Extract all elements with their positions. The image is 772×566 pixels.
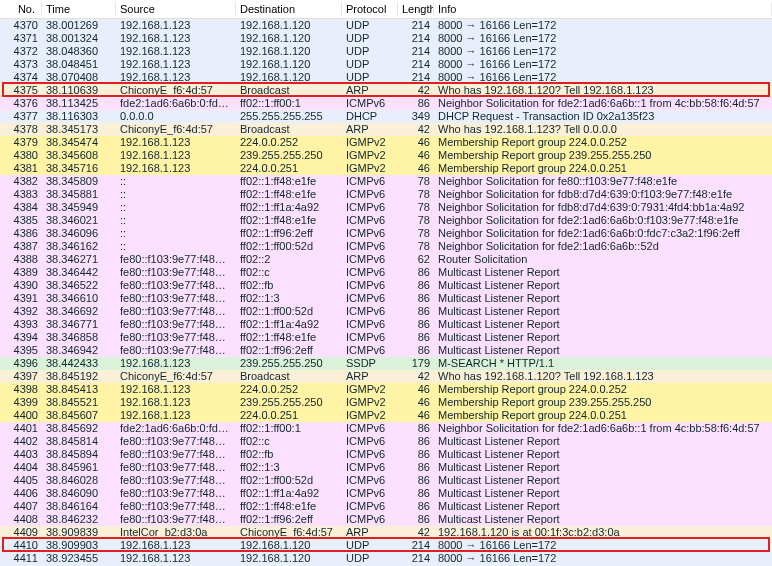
packet-row[interactable]: 439338.346771fe80::f103:9e77:f48…ff02::1… — [0, 318, 772, 331]
packet-row[interactable]: 437838.345173ChiconyE_f6:4d:57BroadcastA… — [0, 123, 772, 136]
packet-protocol: SSDP — [342, 357, 398, 370]
packet-row[interactable]: 440738.846164fe80::f103:9e77:f48…ff02::1… — [0, 500, 772, 513]
packet-length: 86 — [398, 500, 434, 513]
packet-row[interactable]: 438338.345881::ff02::1:ff48:e1feICMPv678… — [0, 188, 772, 201]
col-header-time[interactable]: Time — [42, 2, 116, 16]
packet-row[interactable]: 441038.909903192.168.1.123192.168.1.120U… — [0, 539, 772, 552]
packet-row[interactable]: 439738.845192ChiconyE_f6:4d:57BroadcastA… — [0, 370, 772, 383]
packet-row[interactable]: 437038.001269192.168.1.123192.168.1.120U… — [0, 19, 772, 32]
packet-time: 38.345474 — [42, 136, 116, 149]
packet-row[interactable]: 437438.070408192.168.1.123192.168.1.120U… — [0, 71, 772, 84]
packet-length: 86 — [398, 461, 434, 474]
packet-row[interactable]: 438538.346021::ff02::1:ff48:e1feICMPv678… — [0, 214, 772, 227]
packet-time: 38.845814 — [42, 435, 116, 448]
packet-row[interactable]: 441138.923455192.168.1.123192.168.1.120U… — [0, 552, 772, 565]
packet-row[interactable]: 438638.346096::ff02::1:ff96:2effICMPv678… — [0, 227, 772, 240]
packet-source: fe80::f103:9e77:f48… — [116, 448, 236, 461]
col-header-source[interactable]: Source — [116, 2, 236, 16]
packet-row[interactable]: 440238.845814fe80::f103:9e77:f48…ff02::c… — [0, 435, 772, 448]
col-header-no[interactable]: No. — [0, 2, 42, 16]
packet-row[interactable]: 440938.909839IntelCor_b2:d3:0aChiconyE_f… — [0, 526, 772, 539]
packet-row[interactable]: 440638.846090fe80::f103:9e77:f48…ff02::1… — [0, 487, 772, 500]
packet-row[interactable]: 440338.845894fe80::f103:9e77:f48…ff02::f… — [0, 448, 772, 461]
packet-info: Multicast Listener Report — [434, 305, 772, 318]
packet-info: 8000 → 16166 Len=172 — [434, 71, 772, 84]
packet-time: 38.070408 — [42, 71, 116, 84]
packet-row[interactable]: 438838.346271fe80::f103:9e77:f48…ff02::2… — [0, 253, 772, 266]
packet-row[interactable]: 439438.346858fe80::f103:9e77:f48…ff02::1… — [0, 331, 772, 344]
packet-row[interactable]: 439038.346522fe80::f103:9e77:f48…ff02::f… — [0, 279, 772, 292]
packet-protocol: ICMPv6 — [342, 331, 398, 344]
packet-destination: 192.168.1.120 — [236, 71, 342, 84]
packet-time: 38.048360 — [42, 45, 116, 58]
packet-info: 8000 → 16166 Len=172 — [434, 552, 772, 565]
packet-row[interactable]: 438738.346162::ff02::1:ff00:52dICMPv678N… — [0, 240, 772, 253]
packet-row[interactable]: 440138.845692fde2:1ad6:6a6b:0:fd…ff02::1… — [0, 422, 772, 435]
packet-protocol: IGMPv2 — [342, 383, 398, 396]
packet-row[interactable]: 438438.345949::ff02::1:ff1a:4a92ICMPv678… — [0, 201, 772, 214]
packet-protocol: UDP — [342, 552, 398, 565]
packet-info: Neighbor Solicitation for fde2:1ad6:6a6b… — [434, 97, 772, 110]
packet-length: 349 — [398, 110, 434, 123]
packet-row[interactable]: 438938.346442fe80::f103:9e77:f48…ff02::c… — [0, 266, 772, 279]
packet-row[interactable]: 438238.345809::ff02::1:ff48:e1feICMPv678… — [0, 175, 772, 188]
packet-length: 214 — [398, 32, 434, 45]
packet-row[interactable]: 437538.110639ChiconyE_f6:4d:57BroadcastA… — [0, 84, 772, 97]
packet-protocol: UDP — [342, 45, 398, 58]
packet-row[interactable]: 439838.845413192.168.1.123224.0.0.252IGM… — [0, 383, 772, 396]
packet-no: 4382 — [0, 175, 42, 188]
packet-row[interactable]: 440538.846028fe80::f103:9e77:f48…ff02::1… — [0, 474, 772, 487]
packet-row[interactable]: 437238.048360192.168.1.123192.168.1.120U… — [0, 45, 772, 58]
packet-no: 4371 — [0, 32, 42, 45]
packet-row[interactable]: 440438.845961fe80::f103:9e77:f48…ff02::1… — [0, 461, 772, 474]
packet-time: 38.845607 — [42, 409, 116, 422]
packet-length: 78 — [398, 201, 434, 214]
packet-row[interactable]: 439938.845521192.168.1.123239.255.255.25… — [0, 396, 772, 409]
packet-time: 38.346692 — [42, 305, 116, 318]
packet-time: 38.346096 — [42, 227, 116, 240]
packet-source: 192.168.1.123 — [116, 45, 236, 58]
packet-length: 214 — [398, 19, 434, 32]
packet-row[interactable]: 440838.846232fe80::f103:9e77:f48…ff02::1… — [0, 513, 772, 526]
packet-row[interactable]: 440038.845607192.168.1.123224.0.0.251IGM… — [0, 409, 772, 422]
packet-time: 38.345809 — [42, 175, 116, 188]
packet-length: 46 — [398, 396, 434, 409]
packet-destination: ff02::1:ff00:52d — [236, 474, 342, 487]
packet-row[interactable]: 437338.048451192.168.1.123192.168.1.120U… — [0, 58, 772, 71]
packet-row[interactable]: 439638.442433192.168.1.123239.255.255.25… — [0, 357, 772, 370]
col-header-length[interactable]: Length — [398, 2, 434, 16]
packet-rows: 437038.001269192.168.1.123192.168.1.120U… — [0, 19, 772, 566]
packet-destination: 192.168.1.120 — [236, 552, 342, 565]
packet-row[interactable]: 437738.1163030.0.0.0255.255.255.255DHCP3… — [0, 110, 772, 123]
packet-row[interactable]: 437938.345474192.168.1.123224.0.0.252IGM… — [0, 136, 772, 149]
packet-row[interactable]: 437638.113425fde2:1ad6:6a6b:0:fd…ff02::1… — [0, 97, 772, 110]
packet-no: 4402 — [0, 435, 42, 448]
packet-length: 78 — [398, 240, 434, 253]
col-header-dest[interactable]: Destination — [236, 2, 342, 16]
packet-source: ChiconyE_f6:4d:57 — [116, 84, 236, 97]
packet-row[interactable]: 438138.345716192.168.1.123224.0.0.251IGM… — [0, 162, 772, 175]
packet-length: 46 — [398, 149, 434, 162]
packet-time: 38.346021 — [42, 214, 116, 227]
packet-row[interactable]: 439238.346692fe80::f103:9e77:f48…ff02::1… — [0, 305, 772, 318]
packet-no: 4398 — [0, 383, 42, 396]
packet-length: 86 — [398, 331, 434, 344]
packet-row[interactable]: 438038.345608192.168.1.123239.255.255.25… — [0, 149, 772, 162]
col-header-protocol[interactable]: Protocol — [342, 2, 398, 16]
packet-no: 4409 — [0, 526, 42, 539]
packet-destination: 192.168.1.120 — [236, 19, 342, 32]
packet-no: 4399 — [0, 396, 42, 409]
packet-row[interactable]: 439138.346610fe80::f103:9e77:f48…ff02::1… — [0, 292, 772, 305]
packet-protocol: ICMPv6 — [342, 292, 398, 305]
packet-no: 4390 — [0, 279, 42, 292]
packet-source: fe80::f103:9e77:f48… — [116, 500, 236, 513]
col-header-info[interactable]: Info — [434, 2, 772, 16]
packet-no: 4392 — [0, 305, 42, 318]
packet-no: 4394 — [0, 331, 42, 344]
packet-source: 192.168.1.123 — [116, 19, 236, 32]
packet-source: 192.168.1.123 — [116, 539, 236, 552]
packet-no: 4374 — [0, 71, 42, 84]
packet-protocol: UDP — [342, 58, 398, 71]
packet-row[interactable]: 439538.346942fe80::f103:9e77:f48…ff02::1… — [0, 344, 772, 357]
packet-row[interactable]: 437138.001324192.168.1.123192.168.1.120U… — [0, 32, 772, 45]
